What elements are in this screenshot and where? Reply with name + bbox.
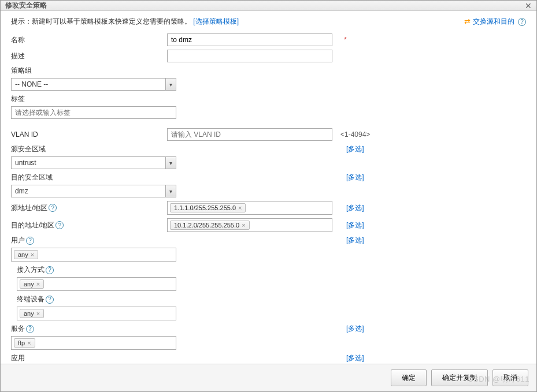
help-icon[interactable]: ?: [46, 266, 54, 274]
user-token: any ×: [14, 250, 38, 259]
remove-token-icon[interactable]: ×: [36, 310, 40, 317]
row-vlan: VLAN ID <1-4094>: [11, 128, 526, 141]
cancel-button[interactable]: 取消: [492, 369, 528, 386]
select-template-link[interactable]: [选择策略模板]: [193, 17, 239, 25]
tip-text: 新建时可以基于策略模板来快速定义您需要的策略。: [32, 17, 191, 25]
ok-button[interactable]: 确定: [391, 369, 427, 386]
desc-input[interactable]: [167, 50, 332, 62]
tip-row: 提示：新建时可以基于策略模板来快速定义您需要的策略。 [选择策略模板] ⇄ 交换…: [11, 17, 526, 27]
row-service: 服务? [多选] ftp ×: [11, 324, 526, 350]
label-user: 用户?: [11, 236, 340, 245]
dst-addr-multi-link[interactable]: [多选]: [346, 221, 364, 230]
row-src-addr: 源地址/地区? 1.1.1.0/255.255.255.0 × [多选]: [11, 201, 526, 215]
label-src-zone: 源安全区域: [11, 144, 340, 154]
help-icon[interactable]: ?: [26, 237, 34, 245]
row-dst-addr: 目的地址/地区? 10.1.2.0/255.255.255.0 × [多选]: [11, 218, 526, 232]
label-tags: 标签: [11, 94, 25, 104]
src-addr-multi-link[interactable]: [多选]: [346, 203, 364, 213]
tip-text-container: 提示：新建时可以基于策略模板来快速定义您需要的策略。 [选择策略模板]: [11, 17, 239, 27]
label-service: 服务?: [11, 324, 340, 334]
label-desc: 描述: [11, 51, 167, 61]
remove-token-icon[interactable]: ×: [238, 204, 242, 211]
help-icon[interactable]: ?: [518, 18, 526, 26]
dst-addr-box[interactable]: 10.1.2.0/255.255.255.0 ×: [167, 218, 332, 232]
app-multi-link[interactable]: [多选]: [346, 353, 364, 363]
remove-token-icon[interactable]: ×: [31, 251, 34, 258]
remove-token-icon[interactable]: ×: [242, 222, 245, 229]
dialog-title-bar: 修改安全策略 ✕: [1, 1, 536, 11]
vlan-input[interactable]: [167, 128, 332, 141]
row-tags: 标签: [11, 94, 526, 119]
help-icon[interactable]: ?: [46, 296, 54, 304]
dst-zone-select[interactable]: dmz ▾: [11, 185, 176, 197]
src-zone-select[interactable]: untrust ▾: [11, 156, 176, 169]
row-access: 接入方式? any ×: [17, 265, 526, 291]
dst-zone-value: dmz: [15, 187, 28, 195]
terminal-box[interactable]: any ×: [17, 307, 176, 320]
ok-copy-button[interactable]: 确定并复制: [431, 369, 488, 386]
help-icon[interactable]: ?: [26, 325, 34, 333]
row-desc: 描述: [11, 50, 526, 62]
group-select-value: -- NONE --: [15, 80, 48, 88]
service-box[interactable]: ftp ×: [11, 336, 176, 350]
row-dst-zone: 目的安全区域 [多选] dmz ▾: [11, 173, 526, 197]
tip-prefix: 提示：: [11, 17, 32, 25]
access-token: any ×: [20, 279, 44, 289]
access-box[interactable]: any ×: [17, 277, 176, 291]
label-src-addr: 源地址/地区?: [11, 203, 167, 213]
label-vlan: VLAN ID: [11, 130, 167, 139]
dialog: 修改安全策略 ✕ 提示：新建时可以基于策略模板来快速定义您需要的策略。 [选择策…: [0, 0, 537, 392]
label-access: 接入方式?: [17, 265, 54, 275]
name-input[interactable]: [167, 33, 332, 46]
src-addr-token: 1.1.1.0/255.255.255.0 ×: [170, 203, 246, 212]
help-icon[interactable]: ?: [49, 204, 57, 212]
chevron-down-icon: ▾: [165, 79, 176, 90]
dst-zone-multi-link[interactable]: [多选]: [346, 173, 364, 182]
user-multi-link[interactable]: [多选]: [346, 236, 364, 245]
dst-addr-token: 10.1.2.0/255.255.255.0 ×: [170, 221, 250, 230]
swap-label: 交换源和目的: [473, 17, 514, 27]
label-app: 应用: [11, 353, 340, 363]
service-token: ftp ×: [14, 338, 35, 348]
src-zone-value: untrust: [15, 159, 36, 167]
tags-input[interactable]: [11, 106, 176, 119]
dialog-title: 修改安全策略: [5, 1, 47, 10]
row-app: 应用 [多选] any ×: [11, 353, 526, 364]
label-terminal: 终端设备?: [17, 294, 54, 304]
label-dst-addr: 目的地址/地区?: [11, 221, 167, 230]
service-multi-link[interactable]: [多选]: [346, 324, 364, 334]
label-dst-zone: 目的安全区域: [11, 173, 340, 182]
src-zone-multi-link[interactable]: [多选]: [346, 144, 364, 154]
row-user: 用户? [多选] any ×: [11, 236, 526, 262]
close-icon[interactable]: ✕: [525, 1, 532, 10]
help-icon[interactable]: ?: [55, 221, 64, 229]
chevron-down-icon: ▾: [165, 185, 176, 197]
remove-token-icon[interactable]: ×: [27, 339, 31, 346]
terminal-token: any ×: [20, 309, 44, 318]
row-terminal: 终端设备? any ×: [17, 294, 526, 320]
user-box[interactable]: any ×: [11, 248, 176, 262]
row-name: 名称 *: [11, 33, 526, 46]
group-select[interactable]: -- NONE -- ▾: [11, 78, 176, 91]
label-group: 策略组: [11, 66, 32, 76]
row-src-zone: 源安全区域 [多选] untrust ▾: [11, 144, 526, 169]
required-mark: *: [344, 36, 347, 44]
label-name: 名称: [11, 35, 167, 45]
swap-src-dst-link[interactable]: ⇄ 交换源和目的 ?: [464, 17, 526, 27]
src-addr-box[interactable]: 1.1.1.0/255.255.255.0 ×: [167, 201, 332, 215]
swap-icon: ⇄: [464, 17, 471, 26]
row-group: 策略组 -- NONE -- ▾: [11, 66, 526, 91]
remove-token-icon[interactable]: ×: [36, 281, 40, 288]
vlan-range: <1-4094>: [340, 130, 370, 139]
dialog-footer: 确定 确定并复制 取消 CSDN @明月611: [1, 364, 536, 391]
dialog-body: 提示：新建时可以基于策略模板来快速定义您需要的策略。 [选择策略模板] ⇄ 交换…: [1, 11, 536, 364]
chevron-down-icon: ▾: [165, 157, 176, 169]
